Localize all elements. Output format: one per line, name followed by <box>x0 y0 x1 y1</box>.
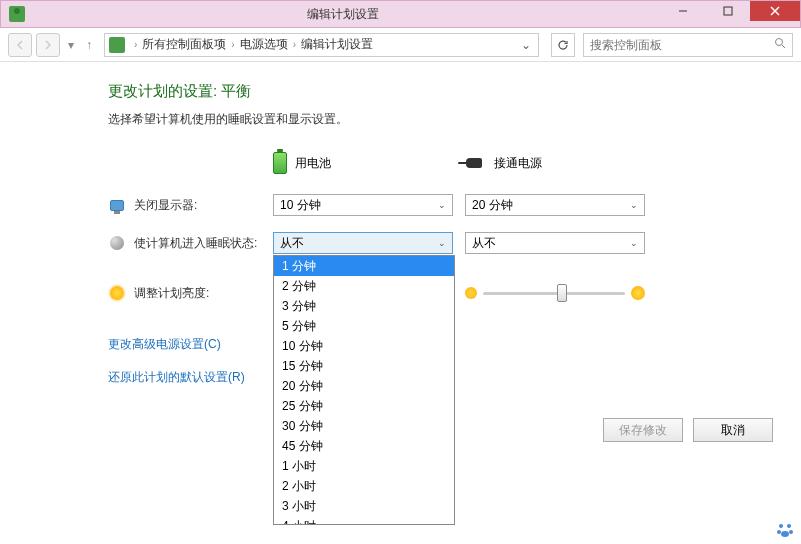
battery-label: 用电池 <box>295 155 331 172</box>
svg-line-5 <box>782 45 785 48</box>
dropdown-item[interactable]: 3 分钟 <box>274 296 454 316</box>
sun-dim-icon <box>465 287 477 299</box>
breadcrumb-item[interactable]: 编辑计划设置 <box>301 36 373 53</box>
breadcrumb[interactable]: › 所有控制面板项 › 电源选项 › 编辑计划设置 ⌄ <box>104 33 539 57</box>
sleep-plugged-dropdown[interactable]: 从不 ⌄ <box>465 232 645 254</box>
dropdown-item[interactable]: 4 小时 <box>274 516 454 525</box>
up-button[interactable]: ↑ <box>82 38 96 52</box>
plug-icon <box>458 157 486 169</box>
refresh-button[interactable] <box>551 33 575 57</box>
search-icon[interactable] <box>774 37 786 52</box>
sun-icon <box>108 284 126 302</box>
dropdown-item[interactable]: 2 小时 <box>274 476 454 496</box>
sleep-label: 使计算机进入睡眠状态: <box>134 235 273 252</box>
titlebar: 编辑计划设置 <box>0 0 801 28</box>
chevron-down-icon: ⌄ <box>630 238 638 248</box>
save-button[interactable]: 保存修改 <box>603 418 683 442</box>
display-off-label: 关闭显示器: <box>134 197 273 214</box>
svg-point-6 <box>779 524 783 528</box>
page-description: 选择希望计算机使用的睡眠设置和显示设置。 <box>108 111 801 128</box>
page-title: 更改计划的设置: 平衡 <box>108 82 801 101</box>
dropdown-item[interactable]: 10 分钟 <box>274 336 454 356</box>
dropdown-item[interactable]: 5 分钟 <box>274 316 454 336</box>
dropdown-item[interactable]: 2 分钟 <box>274 276 454 296</box>
chevron-down-icon: ⌄ <box>438 200 446 210</box>
tray-paw-icon[interactable] <box>775 520 795 540</box>
slider-thumb[interactable] <box>557 284 567 302</box>
breadcrumb-sep-icon: › <box>131 39 140 50</box>
plugged-column-header: 接通电源 <box>458 152 643 174</box>
battery-icon <box>273 152 287 174</box>
monitor-icon <box>108 196 126 214</box>
brightness-plugged-slider[interactable] <box>465 286 645 300</box>
minimize-button[interactable] <box>660 1 705 21</box>
breadcrumb-item[interactable]: 所有控制面板项 <box>142 36 226 53</box>
display-off-row: 关闭显示器: 10 分钟 ⌄ 20 分钟 ⌄ <box>108 194 801 216</box>
dropdown-item[interactable]: 15 分钟 <box>274 356 454 376</box>
column-headers: 用电池 接通电源 <box>108 152 801 174</box>
plugged-label: 接通电源 <box>494 155 542 172</box>
dropdown-item[interactable]: 20 分钟 <box>274 376 454 396</box>
app-icon <box>9 6 25 22</box>
control-panel-icon <box>109 37 125 53</box>
brightness-label: 调整计划亮度: <box>134 285 273 302</box>
back-button[interactable] <box>8 33 32 57</box>
dropdown-list: 1 分钟2 分钟3 分钟5 分钟10 分钟15 分钟20 分钟25 分钟30 分… <box>273 255 455 525</box>
search-box[interactable] <box>583 33 793 57</box>
window-title: 编辑计划设置 <box>25 6 660 23</box>
maximize-button[interactable] <box>705 1 750 21</box>
svg-point-9 <box>789 530 793 534</box>
close-button[interactable] <box>750 1 800 21</box>
sun-bright-icon <box>631 286 645 300</box>
svg-point-10 <box>781 531 789 537</box>
breadcrumb-dropdown-icon[interactable]: ⌄ <box>518 38 534 52</box>
dropdown-item[interactable]: 1 小时 <box>274 456 454 476</box>
svg-point-8 <box>777 530 781 534</box>
forward-button[interactable] <box>36 33 60 57</box>
dropdown-item[interactable]: 30 分钟 <box>274 416 454 436</box>
dropdown-item[interactable]: 3 小时 <box>274 496 454 516</box>
svg-point-7 <box>787 524 791 528</box>
display-off-plugged-dropdown[interactable]: 20 分钟 ⌄ <box>465 194 645 216</box>
chevron-down-icon: ⌄ <box>438 238 446 248</box>
breadcrumb-item[interactable]: 电源选项 <box>240 36 288 53</box>
content: 更改计划的设置: 平衡 选择希望计算机使用的睡眠设置和显示设置。 用电池 接通电… <box>0 62 801 386</box>
svg-rect-1 <box>724 7 732 15</box>
breadcrumb-sep-icon: › <box>290 39 299 50</box>
dropdown-item[interactable]: 1 分钟 <box>274 256 454 276</box>
sleep-battery-dropdown[interactable]: 从不 ⌄ 1 分钟2 分钟3 分钟5 分钟10 分钟15 分钟20 分钟25 分… <box>273 232 453 254</box>
dropdown-item[interactable]: 45 分钟 <box>274 436 454 456</box>
action-buttons: 保存修改 取消 <box>603 418 773 442</box>
recent-dropdown-icon[interactable]: ▾ <box>64 38 78 52</box>
chevron-down-icon: ⌄ <box>630 200 638 210</box>
cancel-button[interactable]: 取消 <box>693 418 773 442</box>
search-input[interactable] <box>590 38 774 52</box>
slider-track[interactable] <box>483 292 625 295</box>
breadcrumb-sep-icon: › <box>228 39 237 50</box>
sleep-row: 使计算机进入睡眠状态: 从不 ⌄ 1 分钟2 分钟3 分钟5 分钟10 分钟15… <box>108 232 801 254</box>
display-off-battery-dropdown[interactable]: 10 分钟 ⌄ <box>273 194 453 216</box>
moon-icon <box>108 234 126 252</box>
navbar: ▾ ↑ › 所有控制面板项 › 电源选项 › 编辑计划设置 ⌄ <box>0 28 801 62</box>
dropdown-item[interactable]: 25 分钟 <box>274 396 454 416</box>
svg-point-4 <box>776 39 783 46</box>
battery-column-header: 用电池 <box>273 152 458 174</box>
